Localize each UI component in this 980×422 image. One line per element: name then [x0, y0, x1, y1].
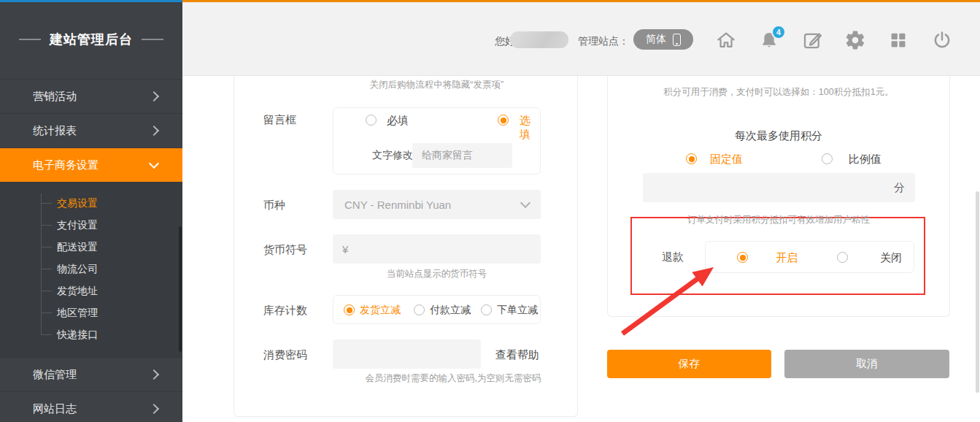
- radio-refund-off-label[interactable]: 关闭: [880, 251, 902, 265]
- radio-ship-deduct[interactable]: [344, 304, 355, 315]
- radio-pay-deduct-label[interactable]: 付款立减: [430, 304, 471, 317]
- currency-symbol-input[interactable]: [333, 234, 541, 264]
- sidebar-scrollbar[interactable]: [179, 226, 182, 352]
- sidebar-item-reports[interactable]: 统计报表: [0, 113, 182, 147]
- currency-symbol-label: 货币符号: [263, 243, 307, 257]
- refund-label: 退款: [662, 250, 684, 264]
- title-dash-left: [19, 39, 41, 40]
- radio-optional-label[interactable]: 选填: [520, 114, 540, 142]
- currency-select-value: CNY - Renminbi Yuan: [344, 199, 451, 211]
- top-accent-blue: [0, 0, 182, 2]
- subitem-label: 快递接口: [57, 329, 98, 340]
- sidebar-item-wechat[interactable]: 微信管理: [0, 357, 182, 391]
- sidebar-submenu: 交易设置 支付设置 配送设置 物流公司 发货地址 地区管理 快递接口: [0, 182, 182, 357]
- radio-refund-on-label[interactable]: 开启: [776, 251, 798, 265]
- sidebar-subitem-trade-settings[interactable]: 交易设置: [0, 192, 182, 214]
- pay-password-label: 消费密码: [263, 348, 307, 362]
- radio-required[interactable]: [366, 115, 377, 126]
- admin-page: { "colors":{"accent_orange":"#ff8800","a…: [0, 0, 980, 422]
- currency-select[interactable]: CNY - Renminbi Yuan: [333, 190, 541, 219]
- subitem-label: 交易设置: [57, 197, 98, 209]
- sidebar-subitem-logistics-company[interactable]: 物流公司: [0, 258, 182, 280]
- username-redacted: [510, 31, 568, 48]
- sidebar-subitem-delivery-settings[interactable]: 配送设置: [0, 236, 182, 258]
- power-icon: [931, 29, 953, 51]
- points-settings-card: 积分可用于消费，支付时可以选择如：100积分抵扣1元。 每次最多使用积分 固定值…: [607, 75, 950, 317]
- chevron-right-icon: [149, 369, 159, 380]
- currency-label: 币种: [263, 199, 285, 212]
- sidebar-item-marketing[interactable]: 营销活动: [0, 79, 182, 113]
- sidebar-item-label: 网站日志: [33, 402, 77, 416]
- invoice-note: 关闭后购物流程中将隐藏“发票项”: [333, 79, 541, 91]
- text-edit-label: 文字修改: [372, 149, 413, 162]
- page-scrollbar[interactable]: [976, 191, 979, 393]
- radio-pay-deduct[interactable]: [414, 304, 425, 315]
- radio-ship-deduct-label[interactable]: 发货立减: [360, 304, 401, 317]
- pay-password-input[interactable]: [333, 339, 481, 369]
- radio-order-deduct[interactable]: [481, 304, 492, 315]
- message-box-group: 必填 选填 文字修改: [333, 107, 541, 174]
- sidebar-item-ecommerce-settings[interactable]: 电子商务设置: [0, 147, 182, 182]
- radio-optional[interactable]: [498, 115, 509, 126]
- chevron-down-icon: [149, 158, 159, 169]
- view-help-link[interactable]: 查看帮助: [495, 348, 539, 362]
- app-title: 建站管理后台: [0, 0, 182, 79]
- sidebar-subitem-express-api[interactable]: 快递接口: [0, 323, 182, 345]
- top-accent-orange: [182, 0, 980, 2]
- chevron-right-icon: [149, 126, 159, 136]
- sidebar-subitem-region-management[interactable]: 地区管理: [0, 302, 182, 323]
- refund-note: 订单支付时采用积分抵扣可有效增加用户粘性: [608, 214, 949, 226]
- chevron-right-icon: [149, 404, 159, 414]
- subitem-label: 地区管理: [57, 307, 98, 318]
- sidebar-item-label: 微信管理: [33, 368, 77, 382]
- max-points-input[interactable]: [643, 173, 915, 202]
- radio-refund-on[interactable]: [737, 252, 748, 263]
- title-dash-right: [142, 39, 163, 40]
- radio-order-deduct-label[interactable]: 下单立减: [497, 304, 538, 317]
- radio-fixed-value[interactable]: [686, 153, 697, 164]
- pay-password-note: 会员消费时需要的输入密码,为空则无需密码: [333, 372, 574, 385]
- apps-grid-icon: [887, 29, 909, 51]
- notifications-button[interactable]: 4: [758, 29, 780, 51]
- notification-badge: 4: [771, 25, 786, 39]
- sidebar-nav: 营销活动 统计报表 电子商务设置 交易设置 支付设置 配送设置 物流公司 发货地…: [0, 79, 182, 422]
- language-switch[interactable]: 简体: [633, 29, 693, 50]
- radio-required-label[interactable]: 必填: [387, 114, 409, 128]
- currency-symbol-note: 当前站点显示的货币符号: [333, 268, 541, 280]
- sidebar: 建站管理后台 营销活动 统计报表 电子商务设置 交易设置 支付设置 配送设置 物…: [0, 0, 182, 422]
- language-label: 简体: [646, 33, 666, 46]
- home-icon: [715, 29, 737, 51]
- cancel-button[interactable]: 取消: [784, 350, 949, 378]
- save-button[interactable]: 保存: [607, 350, 771, 378]
- subitem-label: 支付设置: [57, 219, 98, 231]
- compose-button[interactable]: [801, 29, 823, 51]
- chevron-down-icon: [520, 198, 530, 208]
- app-title-text: 建站管理后台: [50, 31, 133, 48]
- message-box-label: 留言框: [263, 113, 296, 127]
- content-area: 关闭后购物流程中将隐藏“发票项” 留言框 必填 选填 文字修改 币种 CNY -…: [182, 75, 980, 422]
- subitem-label: 配送设置: [57, 241, 98, 253]
- stock-count-label: 库存计数: [263, 304, 307, 318]
- radio-refund-off[interactable]: [837, 252, 848, 263]
- settings-button[interactable]: [844, 29, 866, 51]
- apps-button[interactable]: [887, 29, 909, 51]
- home-button[interactable]: [715, 29, 737, 51]
- top-bar: 您好 管理站点： 简体 4: [182, 2, 980, 76]
- subitem-label: 物流公司: [57, 263, 98, 275]
- gear-icon: [844, 29, 866, 51]
- sidebar-subitem-shipping-address[interactable]: 发货地址: [0, 280, 182, 302]
- logout-button[interactable]: [931, 29, 953, 51]
- chevron-right-icon: [149, 91, 159, 101]
- max-points-label: 每次最多使用积分: [608, 129, 949, 143]
- radio-fixed-value-label[interactable]: 固定值: [710, 153, 743, 166]
- stock-count-group: 发货立减 付款立减 下单立减: [333, 295, 541, 324]
- sidebar-subitem-payment-settings[interactable]: 支付设置: [0, 214, 182, 236]
- sidebar-item-site-logs[interactable]: 网站日志: [0, 391, 182, 422]
- message-text-input[interactable]: [412, 143, 512, 168]
- managed-site-label: 管理站点：: [578, 35, 629, 48]
- radio-ratio-value-label[interactable]: 比例值: [849, 153, 881, 166]
- sidebar-item-label: 统计报表: [33, 124, 77, 138]
- radio-ratio-value[interactable]: [822, 153, 833, 164]
- points-note: 积分可用于消费，支付时可以选择如：100积分抵扣1元。: [608, 86, 949, 99]
- points-unit: 分: [894, 181, 905, 195]
